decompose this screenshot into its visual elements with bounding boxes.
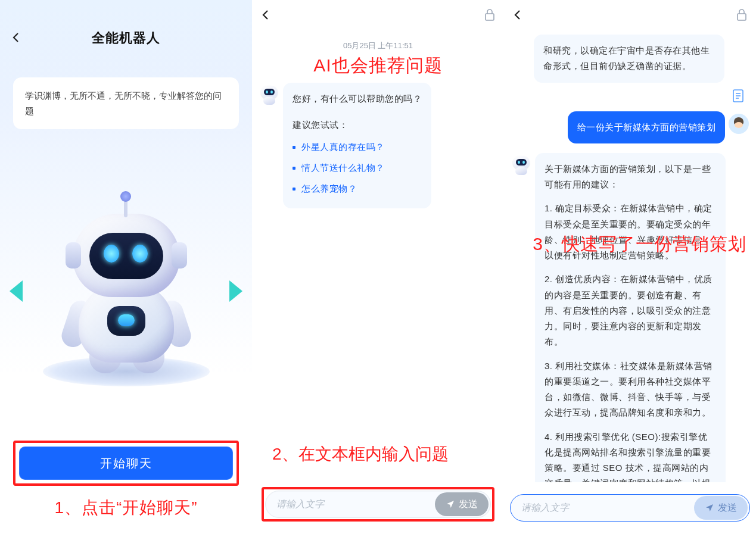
ai-message-row: 关于新媒体方面的营销策划，以下是一些可能有用的建议： 1. 确定目标受众：在新媒…: [510, 153, 750, 482]
send-label: 发送: [718, 502, 737, 514]
send-label: 发送: [459, 498, 478, 511]
user-bubble: 给一份关于新媒体方面的营销策划: [568, 111, 726, 143]
send-icon: [446, 499, 455, 509]
robot-illustration-area: [0, 141, 252, 441]
user-avatar: [729, 114, 749, 134]
ai-greeting: 您好，有什么可以帮助您的吗？: [293, 91, 422, 107]
send-button[interactable]: 发送: [435, 492, 489, 516]
chat-header: [252, 0, 504, 30]
intro-screen: 全能机器人 学识渊博，无所不通，无所不晓，专业解答您的问题 开始聊天 1、点击“: [0, 0, 252, 537]
back-button[interactable]: [260, 10, 271, 20]
ai-avatar: [511, 155, 531, 176]
suggestion-item[interactable]: 情人节送什么礼物？: [293, 158, 422, 179]
ai-bubble-partial: 和研究，以确定在宇宙中是否存在其他生命形式，但目前仍缺乏确凿的证据。: [534, 35, 724, 83]
input-highlight: 发送: [262, 487, 494, 522]
chat-timestamp: 05月25日 上午11:51: [252, 40, 504, 51]
ai-answer-intro: 关于新媒体方面的营销策划，以下是一些可能有用的建议：: [545, 161, 716, 193]
user-message-row: 给一份关于新媒体方面的营销策划: [510, 111, 750, 143]
message-input[interactable]: [276, 499, 435, 510]
start-chat-button[interactable]: 开始聊天: [19, 447, 233, 480]
message-input[interactable]: [521, 502, 694, 513]
document-icon[interactable]: [732, 89, 744, 103]
chat-screen-answer: 3、快速写了一份营销策划 和研究，以确定在宇宙中是否存在其他生命形式，但目前仍缺…: [504, 0, 756, 537]
ai-message-row: 和研究，以确定在宇宙中是否存在其他生命形式，但目前仍缺乏确凿的证据。: [510, 35, 750, 83]
message-input-wrap: 发送: [265, 491, 491, 518]
lock-icon[interactable]: [484, 8, 496, 21]
annotation-overlay: AI也会推荐问题: [252, 54, 504, 78]
svg-rect-1: [738, 14, 746, 20]
chevron-left-icon: [260, 10, 271, 20]
input-area: 发送: [504, 482, 756, 537]
chevron-left-icon: [512, 10, 523, 20]
ai-answer-point: 4. 利用搜索引擎优化 (SEO):搜索引擎优化是提高网站排名和搜索引擎流量的重…: [545, 429, 716, 483]
send-button[interactable]: 发送: [694, 496, 748, 520]
ai-answer-point: 3. 利用社交媒体：社交媒体是新媒体营销的重要渠道之一。要利用各种社交媒体平台，…: [545, 358, 716, 421]
step-1-caption: 1、点击“开始聊天”: [0, 497, 252, 519]
step-3-caption: 3、快速写了一份营销策划: [533, 232, 746, 257]
ai-bubble: 您好，有什么可以帮助您的吗？ 建议您试试： 外星人真的存在吗？ 情人节送什么礼物…: [283, 83, 431, 208]
prev-robot-button[interactable]: [10, 280, 23, 302]
ai-message-row: 您好，有什么可以帮助您的吗？ 建议您试试： 外星人真的存在吗？ 情人节送什么礼物…: [258, 83, 498, 208]
page-title: 全能机器人: [92, 29, 160, 47]
back-button[interactable]: [512, 10, 523, 20]
description-card: 学识渊博，无所不通，无所不晓，专业解答您的问题: [13, 77, 239, 129]
next-robot-button[interactable]: [229, 280, 242, 302]
input-area: 发送: [252, 475, 504, 537]
suggestion-item[interactable]: 外星人真的存在吗？: [293, 137, 422, 158]
intro-header: 全能机器人: [0, 0, 252, 60]
chat-screen-suggestions: 05月25日 上午11:51 AI也会推荐问题 您好，有什么可以帮助您的吗？ 建…: [252, 0, 504, 537]
start-button-highlight: 开始聊天: [13, 441, 239, 486]
robot-illustration: [37, 196, 216, 386]
ai-bubble-answer: 关于新媒体方面的营销策划，以下是一些可能有用的建议： 1. 确定目标受众：在新媒…: [535, 153, 726, 482]
back-button[interactable]: [11, 32, 21, 43]
message-input-wrap: 发送: [510, 494, 750, 522]
ai-answer-point: 2. 创造优质内容：在新媒体营销中，优质的内容是至关重要的。要创造有趣、有用、有…: [545, 271, 716, 349]
step-2-caption: 2、在文本框内输入问题: [252, 443, 504, 475]
chevron-left-icon: [11, 32, 21, 43]
lock-icon[interactable]: [736, 8, 748, 21]
suggestion-item[interactable]: 怎么养宠物？: [293, 179, 422, 199]
send-icon: [705, 503, 714, 513]
suggestion-heading: 建议您试试：: [293, 117, 422, 133]
chat-header: [504, 0, 756, 30]
svg-rect-0: [486, 14, 494, 20]
chat-body: 您好，有什么可以帮助您的吗？ 建议您试试： 外星人真的存在吗？ 情人节送什么礼物…: [252, 78, 504, 443]
suggestion-list: 外星人真的存在吗？ 情人节送什么礼物？ 怎么养宠物？: [293, 137, 422, 200]
ai-avatar: [259, 85, 279, 105]
